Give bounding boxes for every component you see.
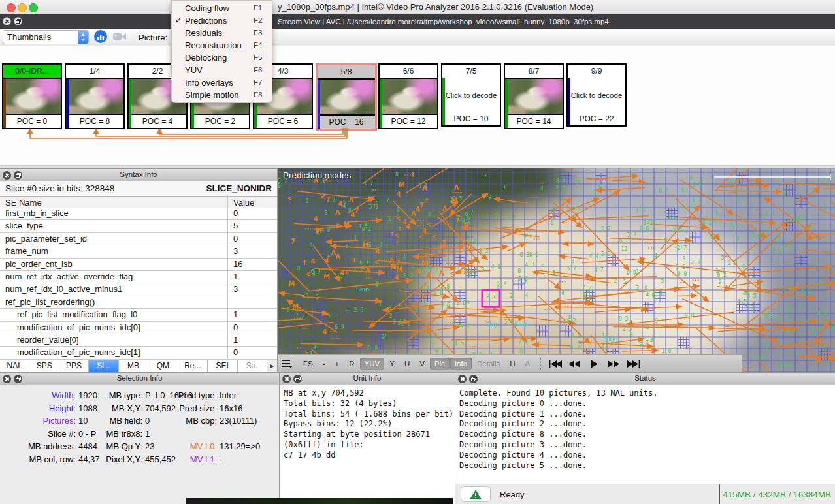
- slice-type-text: SLICE_NONIDR: [206, 181, 272, 196]
- tab-QM[interactable]: QM: [148, 360, 178, 372]
- thumbnail-9/9[interactable]: 9/9Click to decodePOC = 22: [566, 63, 627, 127]
- pred-button-δ[interactable]: Δ: [521, 358, 535, 370]
- svg-text:1: 1: [503, 185, 506, 191]
- menu-item-info-overlays[interactable]: Info overlaysF7: [172, 76, 272, 89]
- field-label: MV L0:: [146, 440, 217, 453]
- menu-item-predictions[interactable]: ✓PredictionsF2: [172, 14, 272, 27]
- pred-button-pic[interactable]: Pic: [430, 358, 450, 370]
- skip-end-button[interactable]: [625, 358, 642, 370]
- warning-button[interactable]: [461, 486, 491, 502]
- thumbnail-5/8[interactable]: 5/8POC = 16: [316, 63, 377, 131]
- tab-Re[interactable]: Re...: [178, 360, 208, 372]
- pred-button-+[interactable]: +: [331, 358, 344, 370]
- histogram-icon[interactable]: [94, 30, 107, 45]
- svg-text:8: 8: [297, 266, 301, 272]
- play-button[interactable]: [586, 358, 603, 370]
- syntax-row-ref_pic_list_reordering()[interactable]: ref_pic_list_reordering(): [0, 296, 277, 309]
- prediction-overlay-canvas[interactable]: 2 69 49 74 663 87202 055 36 342 22 63 53…: [278, 168, 835, 372]
- syntax-row-modification_of_pic_nums_idc[1][interactable]: modification_of_pic_nums_idc[1]0: [0, 347, 277, 359]
- svg-text:8 3: 8 3: [497, 281, 506, 287]
- tab-scroll-right-button[interactable]: ▶: [267, 360, 277, 372]
- se-value: 3: [227, 283, 277, 295]
- restore-icon[interactable]: [14, 17, 22, 25]
- svg-text:M: M: [399, 181, 405, 189]
- svg-text:0: 0: [823, 204, 827, 210]
- prediction-modes-view[interactable]: 2 69 49 74 663 87202 055 36 342 22 63 53…: [278, 168, 835, 372]
- tab-SEI[interactable]: SEI: [208, 360, 237, 372]
- restore-icon[interactable]: [14, 171, 22, 180]
- svg-text:4: 4: [525, 292, 529, 298]
- syntax-row-slice_type[interactable]: slice_type5: [0, 220, 277, 232]
- syntax-row-frame_num[interactable]: frame_num3: [0, 245, 277, 258]
- pred-button-info[interactable]: Info: [450, 358, 472, 370]
- syntax-row-num_ref_idx_active_override_flag[interactable]: num_ref_idx_active_override_flag1: [0, 271, 277, 283]
- menu-item-shortcut: F3: [254, 27, 272, 39]
- menu-item-reconstruction[interactable]: ReconstructionF4: [172, 39, 272, 52]
- pred-button-fs[interactable]: FS: [299, 358, 318, 370]
- menu-item-simple-motion[interactable]: Simple motionF8: [172, 89, 272, 101]
- tab-MB[interactable]: MB: [119, 360, 148, 372]
- memory-usage-text: 415MB / 432MB / 16384MB: [719, 484, 835, 504]
- skip-start-button[interactable]: [547, 358, 564, 370]
- rewind-button[interactable]: [566, 358, 583, 370]
- click-to-decode-label[interactable]: Click to decode: [568, 78, 625, 112]
- menu-item-yuv[interactable]: YUVF6: [172, 64, 272, 76]
- thumbnail-7/5[interactable]: 7/5Click to decodePOC = 10: [441, 63, 501, 127]
- tab-PPS[interactable]: PPS: [59, 360, 89, 372]
- syntax-row-pic_parameter_set_id[interactable]: pic_parameter_set_id0: [0, 233, 277, 245]
- pred-button-yuv[interactable]: YUV: [360, 358, 385, 370]
- pred-button-v[interactable]: V: [415, 358, 429, 370]
- syntax-row-pic_order_cnt_lsb[interactable]: pic_order_cnt_lsb16: [0, 259, 277, 271]
- pred-button-u[interactable]: U: [400, 358, 414, 370]
- pred-button--[interactable]: -: [318, 358, 330, 370]
- zoom-window-button[interactable]: [29, 3, 38, 12]
- close-icon[interactable]: [3, 375, 11, 383]
- syntax-row-ref_pic_list_modification_flag_l0[interactable]: ref_pic_list_modification_flag_l01: [0, 309, 277, 321]
- view-mode-select[interactable]: Thumbnails: [3, 30, 89, 44]
- svg-text:7: 7: [795, 351, 798, 357]
- pred-button-h[interactable]: H: [505, 358, 519, 370]
- svg-text:5 4: 5 4: [627, 232, 637, 238]
- svg-text:8 2: 8 2: [570, 345, 580, 351]
- minimize-window-button[interactable]: [18, 3, 27, 12]
- restore-icon[interactable]: [293, 375, 302, 383]
- thumbnail-6/6[interactable]: 6/6POC = 12: [378, 63, 438, 129]
- se-value: 5: [227, 220, 277, 232]
- thumbnail-8/7[interactable]: 8/7POC = 14: [504, 63, 564, 129]
- tab-Sa[interactable]: Sa.: [238, 360, 267, 372]
- menu-hamburger-icon[interactable]: [282, 359, 293, 368]
- menu-item-label: Residuals: [185, 27, 254, 39]
- close-icon[interactable]: [3, 171, 11, 180]
- pred-button-r[interactable]: R: [344, 358, 359, 370]
- tab-NAL[interactable]: NAL: [0, 360, 29, 372]
- pred-button-details[interactable]: Details: [472, 358, 504, 370]
- thumbnail-1/4[interactable]: 1/4POC = 8: [65, 63, 125, 129]
- svg-text:6 3: 6 3: [520, 252, 530, 258]
- thumbnail-0/0-IDR...[interactable]: 0/0-IDR...POC = 0: [2, 63, 62, 129]
- svg-text:5 6: 5 6: [676, 264, 685, 270]
- tab-Sl[interactable]: Sl...: [89, 360, 118, 372]
- reference-type-stripe: [3, 79, 6, 128]
- restore-icon[interactable]: [469, 375, 478, 383]
- svg-text:Λ: Λ: [442, 205, 447, 212]
- selection-field: MV L1:-: [146, 453, 260, 466]
- svg-text:<: <: [306, 270, 311, 277]
- pred-button-y[interactable]: Y: [385, 358, 399, 370]
- menu-item-deblocking[interactable]: DeblockingF5: [172, 52, 272, 64]
- tab-SPS[interactable]: SPS: [29, 360, 59, 372]
- video-capture-icon[interactable]: [112, 31, 127, 44]
- close-icon[interactable]: [282, 375, 291, 383]
- syntax-row-modification_of_pic_nums_idc[0][interactable]: modification_of_pic_nums_idc[0]0: [0, 322, 277, 334]
- menu-item-coding-flow[interactable]: Coding flowF1: [172, 2, 272, 14]
- syntax-row-num_ref_idx_l0_active_minus1[interactable]: num_ref_idx_l0_active_minus13: [0, 283, 277, 296]
- syntax-row-reorder_value[0][interactable]: reorder_value[0]1: [0, 334, 277, 347]
- close-window-button[interactable]: [7, 3, 16, 12]
- click-to-decode-label[interactable]: Click to decode: [442, 78, 500, 112]
- svg-text:Λ: Λ: [365, 267, 370, 274]
- fast-forward-button[interactable]: [606, 358, 623, 370]
- restore-icon[interactable]: [14, 375, 22, 383]
- menu-item-residuals[interactable]: ResidualsF3: [172, 27, 272, 39]
- close-icon[interactable]: [3, 17, 11, 25]
- syntax-row-first_mb_in_slice[interactable]: first_mb_in_slice0: [0, 208, 277, 220]
- close-icon[interactable]: [458, 375, 467, 383]
